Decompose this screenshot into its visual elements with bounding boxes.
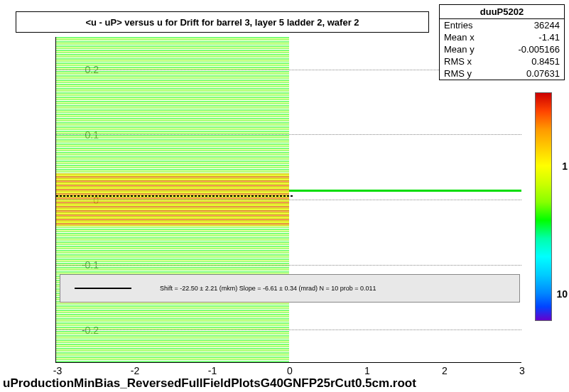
fit-line xyxy=(289,190,522,192)
colorbar-tick: 1 xyxy=(562,160,568,172)
colorbar xyxy=(535,92,552,321)
stats-row-rmsx: RMS x 0.8451 xyxy=(440,55,564,67)
plot-area: Shift = -22.50 ± 2.21 (mkm) Slope = -6.6… xyxy=(55,37,521,363)
x-tick-label: 1 xyxy=(357,365,378,376)
stats-label: Mean y xyxy=(444,44,475,55)
chart-title-box: <u - uP> versus u for Drift for barrel 3… xyxy=(16,11,429,33)
x-tick-label: 3 xyxy=(511,365,533,376)
gridline xyxy=(56,134,521,135)
chart-title: <u - uP> versus u for Drift for barrel 3… xyxy=(85,17,359,28)
stats-value: 0.8451 xyxy=(531,56,560,67)
stats-value: -0.005166 xyxy=(518,44,560,55)
stats-row-meany: Mean y -0.005166 xyxy=(440,43,564,55)
stats-box: duuP5202 Entries 36244 Mean x -1.41 Mean… xyxy=(439,4,565,80)
stats-row-meanx: Mean x -1.41 xyxy=(440,31,564,43)
stats-value: -1.41 xyxy=(538,32,560,43)
stats-row-entries: Entries 36244 xyxy=(440,19,564,31)
stats-row-rmsy: RMS y 0.07631 xyxy=(440,67,564,80)
footer-filename: uProductionMinBias_ReversedFullFieldPlot… xyxy=(3,376,416,391)
x-tick-label: -2 xyxy=(124,365,146,376)
stats-label: RMS x xyxy=(444,56,472,67)
gridline xyxy=(56,330,521,330)
profile-points xyxy=(56,193,293,199)
gridline xyxy=(56,265,521,266)
x-tick-label: 0 xyxy=(279,365,300,376)
x-tick-label: -3 xyxy=(47,365,68,376)
stats-name: duuP5202 xyxy=(440,5,564,19)
stats-value: 36244 xyxy=(534,20,560,31)
x-tick-label: 2 xyxy=(434,365,455,376)
x-tick-label: -1 xyxy=(202,365,223,376)
stats-label: Entries xyxy=(444,20,472,31)
stats-label: RMS y xyxy=(444,68,472,79)
fit-text: Shift = -22.50 ± 2.21 (mkm) Slope = -6.6… xyxy=(160,285,376,292)
stats-value: 0.07631 xyxy=(526,68,560,79)
fit-annotation-box: Shift = -22.50 ± 2.21 (mkm) Slope = -6.6… xyxy=(60,274,520,303)
chart-container: <u - uP> versus u for Drift for barrel 3… xyxy=(0,0,569,392)
stats-label: Mean x xyxy=(444,32,475,43)
gridline xyxy=(56,200,521,200)
colorbar-tick: 10 xyxy=(556,288,568,300)
fit-legend-line xyxy=(75,288,131,289)
